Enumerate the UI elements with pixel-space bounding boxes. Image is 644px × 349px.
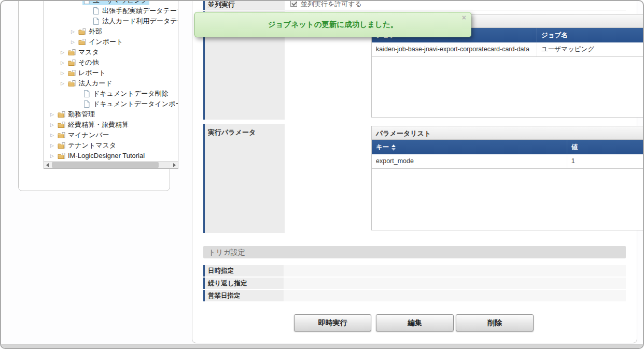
tree-item-label: レポート [78,68,106,78]
tree-item[interactable]: ▷ インポート [44,37,178,47]
execute-now-button[interactable]: 即時実行 [294,314,371,331]
tree-item[interactable]: ▷ 外部 [44,26,178,37]
expand-arrow-icon[interactable]: ▷ [61,68,68,78]
tree-item[interactable]: ▷ その他 [44,57,178,68]
expand-arrow-icon[interactable]: ▷ [50,120,58,130]
parameter-panel-header: パラメータリスト ▲ [372,126,644,140]
tree-item[interactable]: ▷ マイナンバー [44,130,178,140]
job-id-cell: kaiden-job-base-jnavi-export-corporateca… [372,42,537,56]
tree-item-label: その他 [78,57,99,68]
expand-arrow-icon[interactable]: ▷ [50,140,58,151]
execution-parameters-row: 実行パラメータ パラメータリスト ▲ キー 値 export_mode 1 [203,124,626,233]
tree-item-label: 法人カード [78,78,113,89]
sort-icon[interactable] [391,144,396,151]
parameter-key-cell: export_mode [372,154,567,168]
tree-item[interactable]: ▷ 勤務管理 [44,109,178,120]
tree-item[interactable]: ▷ 経費精算・旅費精算 [44,120,178,130]
jobnet-tree-panel: ユーザマッピング 出張手配実績データテーブル 法人カード利用データテーブル ▷ … [18,0,170,191]
expand-arrow-icon[interactable]: ▷ [61,78,68,89]
datetime-setting-row: 日時指定 [203,265,626,277]
folder-icon [58,141,66,150]
tree-item-label: マスタ [78,47,99,57]
businessday-setting-row: 営業日指定 [203,290,626,301]
trigger-settings-section-header: トリガ設定 [203,246,626,258]
parallel-execution-label: 並列実行 [203,0,285,10]
expand-arrow-icon[interactable]: ▷ [61,57,68,68]
businessday-setting-label: 営業日指定 [203,290,284,301]
tree-item-user-mapping[interactable]: ユーザマッピング [44,0,178,6]
tree-item[interactable]: ▷ レポート [44,68,178,78]
parameter-panel-title: パラメータリスト [376,129,431,138]
tree-item-label: 出張手配実績データテーブル [102,6,178,16]
key-column-header[interactable]: キー [372,140,567,154]
close-icon[interactable]: × [462,13,466,22]
tree-item[interactable]: ドキュメントデータインポート [44,99,178,109]
tree-item[interactable]: 法人カード利用データテーブル [44,16,178,26]
datetime-setting-value [284,265,626,277]
parameter-table-row[interactable]: export_mode 1 [372,154,644,169]
selected-tree-node[interactable]: ユーザマッピング [82,0,149,5]
repeat-setting-row: 繰り返し指定 [203,278,626,289]
tree-item-label: 経費精算・旅費精算 [68,120,129,130]
expand-arrow-icon[interactable]: ▷ [50,109,58,120]
execution-parameters-label: 実行パラメータ [203,124,285,233]
tree-item-label: テナントマスタ [68,140,116,151]
expand-arrow-icon[interactable]: ▷ [71,26,78,37]
folder-icon [58,121,66,129]
jobnet-tree-scroll-area: ユーザマッピング 出張手配実績データテーブル 法人カード利用データテーブル ▷ … [44,0,178,169]
document-icon [82,90,91,98]
execution-parameters-value: パラメータリスト ▲ キー 値 export_mode 1 [285,124,626,233]
tree-item-label: 勤務管理 [68,109,95,120]
success-toast: ジョブネットの更新に成功しました。 × [194,12,471,37]
job-name-cell: ユーザマッピング [537,42,644,56]
parameter-list-panel: パラメータリスト ▲ キー 値 export_mode 1 [371,126,644,230]
expand-arrow-icon[interactable]: ▷ [50,151,58,161]
expand-arrow-icon[interactable]: ▷ [50,130,58,140]
repeat-setting-label: 繰り返し指定 [203,278,284,289]
scrollbar-thumb[interactable] [52,162,159,168]
tree-item-label: IM-LogicDesigner Tutorial [68,151,145,161]
datetime-setting-label: 日時指定 [203,265,284,277]
scroll-left-arrow-icon[interactable] [44,162,52,168]
success-toast-message: ジョブネットの更新に成功しました。 [195,12,471,37]
document-icon [92,17,100,25]
folder-icon [58,110,66,119]
parallel-execution-row: 並列実行 並列実行を許可する [203,0,626,10]
tree-item-label: ドキュメントデータインポート [93,99,178,109]
repeat-setting-value [284,278,626,289]
expand-arrow-icon[interactable]: ▷ [61,47,68,57]
window-frame: ユーザマッピング 出張手配実績データテーブル 法人カード利用データテーブル ▷ … [0,0,644,349]
job-table-row[interactable]: kaiden-job-base-jnavi-export-corporateca… [372,42,644,57]
folder-icon [68,79,76,88]
document-icon [92,7,100,15]
tree-item-label: ドキュメントデータ削除 [93,89,168,99]
value-column-header[interactable]: 値 [567,140,644,154]
parallel-allow-checkbox-label: 並列実行を許可する [301,0,362,9]
document-icon [82,100,91,108]
tree-item[interactable]: 出張手配実績データテーブル [44,6,178,16]
folder-icon [68,69,76,77]
tree-item-label: マイナンバー [68,130,109,140]
tree-item-label: インポート [89,37,123,47]
expand-arrow-icon[interactable]: ▷ [71,37,78,47]
edit-button[interactable]: 編集 [376,314,454,331]
tree-item[interactable]: ドキュメントデータ削除 [44,89,178,99]
folder-icon [58,152,66,160]
parallel-allow-checkbox[interactable] [290,0,297,7]
tree-item[interactable]: ▷ マスタ [44,47,178,57]
job-name-column-header[interactable]: ジョブ名 [537,28,644,42]
window-bottom-strip [1,344,643,348]
tree-horizontal-scrollbar[interactable] [44,161,178,168]
parameter-value-cell: 1 [567,154,644,168]
jobnet-tree: ユーザマッピング 出張手配実績データテーブル 法人カード利用データテーブル ▷ … [44,0,178,161]
tree-item[interactable]: ▷ IM-LogicDesigner Tutorial [44,151,178,161]
tree-item[interactable]: ▷ 法人カード [44,78,178,89]
parallel-execution-value: 並列実行を許可する [285,0,626,10]
folder-icon [68,59,76,67]
scroll-right-arrow-icon[interactable] [170,162,178,168]
document-icon [82,0,91,5]
delete-button[interactable]: 削除 [456,314,534,331]
businessday-setting-value [284,290,626,301]
parameter-table-header-row: キー 値 [372,140,644,154]
tree-item[interactable]: ▷ テナントマスタ [44,140,178,151]
